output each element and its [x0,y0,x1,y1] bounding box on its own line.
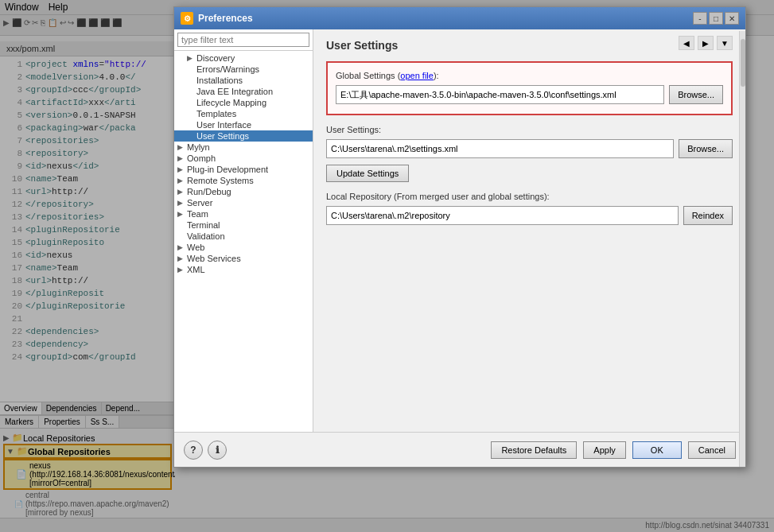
apply-button[interactable]: Apply [583,441,626,459]
global-path-input[interactable] [336,85,664,104]
tree-node-server[interactable]: ▶ Server [174,197,313,208]
label-userinterface: User Interface [196,120,251,130]
label-validation: Validation [187,231,225,241]
user-settings-section: User Settings: Browse... Update Settings [326,125,733,182]
tree-node-rundebug[interactable]: ▶ Run/Debug [174,186,313,197]
dialog-icon: ⚙ [181,12,193,25]
tree-node-remote[interactable]: ▶ Remote Systems [174,175,313,186]
dialog-left-panel: ▶ Discovery Errors/Warnings Installation… [174,29,313,432]
tree-section: ▶ Discovery Errors/Warnings Installation… [174,51,313,277]
tree-node-oomph[interactable]: ▶ Oomph [174,153,313,164]
help-button[interactable]: ? [184,441,203,460]
tree-node-terminal[interactable]: Terminal [174,219,313,231]
tree-node-xml[interactable]: ▶ XML [174,264,313,275]
forward-button[interactable]: ▶ [698,36,714,50]
global-settings-label: Global Settings (open file): [336,71,723,80]
restore-defaults-button[interactable]: Restore Defaults [491,441,577,459]
local-repo-label: Local Repository (From merged user and g… [326,192,733,201]
tree-node-installations[interactable]: Installations [174,75,313,86]
maximize-button[interactable]: □ [709,12,723,25]
label-terminal: Terminal [187,220,220,230]
filter-input[interactable] [177,33,309,47]
reindex-button[interactable]: Reindex [683,206,733,225]
label-templates: Templates [196,109,236,118]
global-settings-box: Global Settings (open file): Browse... [326,61,733,115]
tree-node-javaee[interactable]: Java EE Integration [174,86,313,97]
back-button[interactable]: ◀ [679,36,694,50]
label-remote: Remote Systems [187,176,254,185]
label-usersettings: User Settings [196,131,249,141]
tree-node-plugin[interactable]: ▶ Plug-in Development [174,164,313,175]
filter-box [174,29,313,51]
label-server: Server [187,198,212,208]
dialog-title: Preferences [198,13,253,24]
label-installations: Installations [196,76,243,85]
label-mylyn: Mylyn [187,142,210,152]
preferences-dialog: ⚙ Preferences - □ ✕ ▶ Discovery Errors/W… [173,6,746,468]
tree-node-webservices[interactable]: ▶ Web Services [174,253,313,264]
user-settings-label: User Settings: [326,125,733,134]
cancel-button[interactable]: Cancel [688,441,736,459]
tree-node-mylyn[interactable]: ▶ Mylyn [174,142,313,153]
local-repo-input[interactable] [326,206,679,225]
dialog-bottom-right: Restore Defaults Apply OK Cancel [491,441,736,459]
titlebar-buttons: - □ ✕ [693,12,739,25]
label-lifecycle: Lifecycle Mapping [196,98,266,107]
tree-node-team[interactable]: ▶ Team [174,208,313,219]
tree-node-lifecycle[interactable]: Lifecycle Mapping [174,97,313,108]
global-path-row: Browse... [336,85,723,104]
tree-node-validation[interactable]: Validation [174,231,313,242]
dialog-bottom-bar: ? ℹ Restore Defaults Apply OK Cancel [174,432,745,467]
info-button[interactable]: ℹ [208,441,227,460]
section-title: User Settings [326,39,733,52]
local-repo-row: Reindex [326,206,733,225]
dialog-titlebar: ⚙ Preferences - □ ✕ [174,7,745,29]
arrow-discovery: ▶ [187,54,196,62]
user-path-row: Browse... [326,139,733,158]
label-team: Team [187,209,208,219]
label-webservices: Web Services [187,254,241,263]
browse-button-1[interactable]: Browse... [669,85,723,104]
update-settings-button[interactable]: Update Settings [326,165,409,182]
tree-node-templates[interactable]: Templates [174,108,313,119]
dialog-body: ▶ Discovery Errors/Warnings Installation… [174,29,745,432]
close-button[interactable]: ✕ [725,12,739,25]
dropdown-button[interactable]: ▼ [717,36,733,50]
browse-button-2[interactable]: Browse... [679,139,733,158]
open-file-link[interactable]: open file [400,71,434,80]
tree-node-web[interactable]: ▶ Web [174,242,313,253]
tree-node-usersettings[interactable]: User Settings [174,130,313,142]
label-xml: XML [187,265,205,274]
tree-node-errors[interactable]: Errors/Warnings [174,64,313,75]
tree-node-userinterface[interactable]: User Interface [174,119,313,130]
user-path-input[interactable] [326,139,674,158]
dialog-bottom-left: ? ℹ [184,441,227,460]
label-oomph: Oomph [187,153,216,163]
nav-arrows: ◀ ▶ ▼ [679,36,733,50]
local-repo-section: Local Repository (From merged user and g… [326,192,733,225]
label-errors: Errors/Warnings [196,64,259,74]
minimize-button[interactable]: - [693,12,707,25]
tree-node-discovery[interactable]: ▶ Discovery [174,52,313,64]
dialog-right-panel: ◀ ▶ ▼ User Settings Global Settings (ope… [313,29,745,432]
label-rundebug: Run/Debug [187,187,231,196]
label-javaee: Java EE Integration [196,87,273,96]
label-discovery: Discovery [196,53,235,63]
label-web: Web [187,243,204,252]
ok-button[interactable]: OK [632,441,682,459]
label-plugin: Plug-in Development [187,165,268,174]
